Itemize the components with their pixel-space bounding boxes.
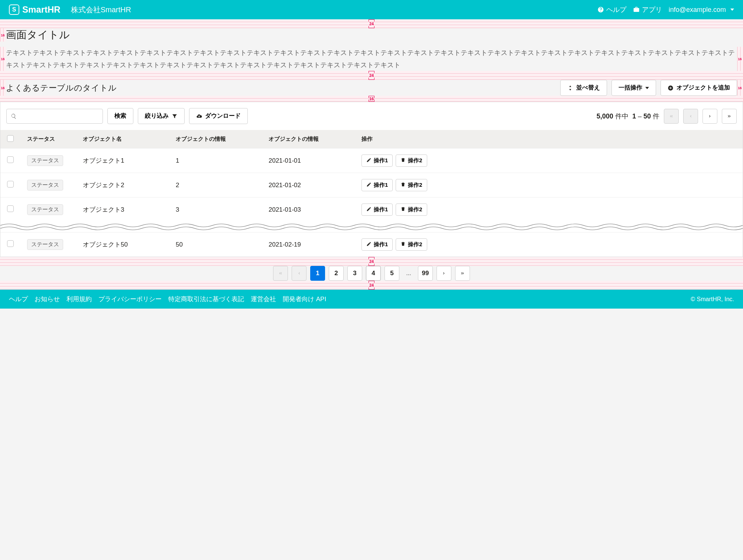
row-action-1[interactable]: 操作1 [361,204,393,216]
footer-link[interactable]: ヘルプ [9,295,28,303]
global-header: S SmartHR 株式会社SmartHR ヘルプ アプリ info@examp… [0,0,743,19]
page-4[interactable]: 4 [366,266,381,281]
row-action-2[interactable]: 操作2 [396,204,427,216]
trash-icon [400,241,406,248]
page-last-button[interactable] [722,109,737,124]
sort-vertical-icon [567,85,573,91]
caret-down-icon [645,87,649,89]
page-next-button[interactable] [437,266,451,281]
row-checkbox[interactable] [7,205,14,212]
row-action-2[interactable]: 操作2 [396,154,427,167]
trash-icon [400,182,406,188]
global-footer: ヘルプお知らせ利用規約プライバシーポリシー特定商取引法に基づく表記運営会社開発者… [0,290,743,309]
section-title: よくあるテーブルのタイトル [6,82,117,94]
row-action-1[interactable]: 操作1 [361,179,393,191]
col-status: ステータス [20,130,76,149]
col-actions: 操作 [355,130,743,149]
chevron-right-icon [442,271,446,276]
download-button[interactable]: ダウンロード [189,108,248,124]
footer-copyright: © SmartHR, Inc. [691,296,734,303]
section-header-row: 16 よくあるテーブルのタイトル 並べ替え 一括操作 オブジェクトを追加 16 [0,80,743,96]
chevrons-left-icon [278,271,283,276]
filter-button[interactable]: 絞り込み [138,108,185,124]
page-3[interactable]: 3 [347,266,362,281]
row-checkbox[interactable] [7,156,14,163]
spacer-16: 16 [0,96,743,102]
footer-link[interactable]: 運営会社 [251,295,276,303]
page-description: テキストテキストテキストテキストテキストテキストテキストテキストテキストテキスト… [6,47,737,71]
bulk-action-button[interactable]: 一括操作 [611,80,656,96]
chevrons-right-icon [460,271,465,276]
company-name: 株式会社SmartHR [71,5,131,15]
pad-left-16: 16 [0,28,6,42]
footer-link[interactable]: 特定商取引法に基づく表記 [168,295,244,303]
row-checkbox[interactable] [7,181,14,188]
pencil-icon [366,157,372,164]
cell-info1: 2 [169,173,262,198]
footer-link[interactable]: お知らせ [35,295,60,303]
pencil-icon [366,206,372,213]
filter-icon [172,113,178,119]
cell-info1: 1 [169,149,262,173]
row-action-1[interactable]: 操作1 [361,238,393,251]
page-prev-button[interactable] [683,109,698,124]
table-row: ステータス オブジェクト2 2 2021-01-02 操作1 操作2 [0,173,743,198]
table-row: ステータス オブジェクト50 50 2021-02-19 操作1 操作2 [0,232,743,257]
cell-info1: 50 [169,232,262,257]
table-row: ステータス オブジェクト1 1 2021-01-01 操作1 操作2 [0,149,743,173]
select-all-checkbox[interactable] [7,135,14,142]
table-panel: 検索 絞り込み ダウンロード 5,000 件中 1 – 50 件 ステータス オ… [0,102,743,257]
row-checkbox[interactable] [7,240,14,247]
cell-name: オブジェクト1 [76,149,169,173]
add-object-button[interactable]: オブジェクトを追加 [661,80,737,96]
footer-link[interactable]: 利用規約 [66,295,92,303]
help-icon [597,6,604,13]
sort-button[interactable]: 並べ替え [560,80,607,96]
pad-left-16: 16 [0,47,6,71]
page-next-button[interactable] [703,109,717,124]
chevrons-left-icon [669,114,674,118]
table-toolbar: 検索 絞り込み ダウンロード 5,000 件中 1 – 50 件 [0,102,743,130]
page-prev-button[interactable] [292,266,306,281]
search-button[interactable]: 検索 [107,108,133,124]
footer-link[interactable]: プライバシーポリシー [98,295,162,303]
page-first-button[interactable] [664,109,679,124]
account-menu[interactable]: info@example.com [669,6,734,14]
caret-down-icon [730,9,734,11]
cell-info2: 2021-02-19 [262,232,355,257]
spacer-24: 24 [0,19,743,28]
page-first-button[interactable] [273,266,288,281]
pad-right-16: 16 [737,80,743,96]
trash-icon [400,157,406,164]
page-ellipsis: … [403,266,414,281]
plus-circle-icon [668,85,674,91]
row-action-2[interactable]: 操作2 [396,179,427,191]
help-link[interactable]: ヘルプ [597,5,626,14]
logo-mark-icon: S [9,4,19,15]
footer-link[interactable]: 開発者向け API [283,295,326,303]
cloud-download-icon [196,113,202,119]
row-action-1[interactable]: 操作1 [361,154,393,167]
app-link[interactable]: アプリ [633,5,662,14]
cell-name: オブジェクト3 [76,198,169,222]
table-row: ステータス オブジェクト3 3 2021-01-03 操作1 操作2 [0,198,743,222]
pad-left-16: 16 [0,80,6,96]
chevron-left-icon [688,114,693,118]
search-input[interactable] [6,109,103,124]
page-last-button[interactable] [455,266,470,281]
cell-info2: 2021-01-02 [262,173,355,198]
page-2[interactable]: 2 [329,266,344,281]
brand-logo[interactable]: S SmartHR [9,4,61,15]
cell-info2: 2021-01-03 [262,198,355,222]
spacer-24: 24 [0,281,743,290]
cell-info2: 2021-01-01 [262,149,355,173]
chevrons-right-icon [727,114,731,118]
page-1[interactable]: 1 [310,266,325,281]
page-5[interactable]: 5 [385,266,399,281]
row-action-2[interactable]: 操作2 [396,238,427,251]
page-title: 画面タイトル [6,28,737,42]
chevron-left-icon [297,271,301,276]
result-count: 5,000 件中 1 – 50 件 [597,112,659,121]
status-chip: ステータス [27,204,63,215]
page-last-num[interactable]: 99 [418,266,433,281]
